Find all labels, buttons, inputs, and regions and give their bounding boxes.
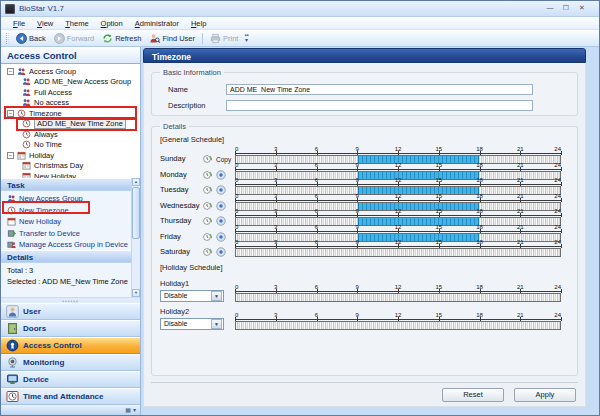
- tree-node-timezone[interactable]: − Timezone: [1, 108, 140, 119]
- paste-time-icon[interactable]: [216, 216, 226, 226]
- monitoring-camera-icon: [6, 356, 19, 369]
- scroll-down-icon[interactable]: ▼: [132, 289, 140, 297]
- manage-access-group-icon: [7, 240, 16, 249]
- task-transfer-to-device[interactable]: Transfer to Device: [7, 228, 131, 240]
- scrollbar-thumb[interactable]: [132, 187, 140, 239]
- paste-time-icon[interactable]: [216, 185, 226, 195]
- menu-help[interactable]: Help: [185, 18, 212, 29]
- nav-device[interactable]: Device: [1, 371, 140, 388]
- print-button: Print: [206, 32, 242, 45]
- collapse-icon[interactable]: −: [7, 152, 14, 159]
- reset-time-icon[interactable]: [202, 232, 212, 242]
- tree-node-no-time[interactable]: No Time: [1, 140, 140, 151]
- window-title: BioStar V1.7: [19, 4, 64, 13]
- time-attendance-icon: [6, 390, 19, 403]
- tree-node-always[interactable]: Always: [1, 129, 140, 140]
- timezone-form: Basic Information Name Description Detai…: [143, 63, 586, 407]
- chevron-down-icon[interactable]: ▾: [133, 407, 136, 413]
- description-input[interactable]: [226, 100, 533, 111]
- menu-file[interactable]: File: [7, 18, 31, 29]
- refresh-icon: [102, 33, 113, 44]
- tree-node-add-me-time-zone[interactable]: ADD ME_New Time Zone: [1, 119, 140, 130]
- task-new-holiday[interactable]: New Holiday: [7, 216, 131, 228]
- nav-user[interactable]: User: [1, 303, 140, 320]
- access-control-icon: [6, 339, 19, 352]
- new-holiday-icon: [7, 217, 16, 226]
- main-panel-title: Timezone: [143, 48, 586, 63]
- reset-time-icon[interactable]: [202, 201, 212, 211]
- dropdown-arrow-icon[interactable]: ▼: [211, 291, 222, 301]
- holiday2-label: Holiday2: [160, 307, 235, 316]
- tree-node-no-access[interactable]: No access: [1, 98, 140, 109]
- name-input[interactable]: [226, 84, 533, 95]
- reset-button[interactable]: Reset: [442, 388, 504, 402]
- holiday1-mode-dropdown[interactable]: Disable ▼: [160, 290, 224, 302]
- paste-time-icon[interactable]: [216, 201, 226, 211]
- tree-node-christmas-day[interactable]: Christmas Day: [1, 161, 140, 172]
- device-icon: [6, 373, 19, 386]
- saturday-timebar[interactable]: [235, 248, 561, 257]
- paste-time-icon[interactable]: [216, 247, 226, 257]
- time-ruler: 03691215182124: [235, 177, 561, 185]
- tree-node-new-holiday[interactable]: New Holiday: [1, 171, 140, 178]
- dropdown-arrow-icon[interactable]: ▼: [211, 319, 222, 329]
- refresh-button[interactable]: Refresh: [98, 32, 145, 45]
- print-icon: [210, 33, 221, 44]
- paste-time-icon[interactable]: [216, 170, 226, 180]
- nav-doors[interactable]: Doors: [1, 320, 140, 337]
- tree-node-holiday[interactable]: − Holiday: [1, 150, 140, 161]
- nav-monitoring[interactable]: Monitoring: [1, 354, 140, 371]
- task-scrollbar[interactable]: ▲ ▼: [131, 178, 140, 297]
- toolbar-overflow-button[interactable]: ▪▪▾: [244, 33, 248, 43]
- task-manage-access-group-in-device[interactable]: Manage Access Group in Device: [7, 239, 131, 251]
- task-new-access-group[interactable]: New Access Group: [7, 193, 131, 205]
- reset-time-icon[interactable]: [202, 185, 212, 195]
- task-details-region: Task New Access Group New Timezone Ne: [1, 178, 140, 297]
- collapse-icon[interactable]: −: [7, 68, 14, 75]
- holiday-calendar-icon: [22, 161, 31, 170]
- scroll-up-icon[interactable]: ▲: [132, 178, 140, 186]
- menu-administrator[interactable]: Administrator: [129, 18, 185, 29]
- task-new-timezone[interactable]: New Timezone: [7, 205, 131, 217]
- reset-time-icon[interactable]: [202, 154, 212, 164]
- door-icon: [6, 322, 19, 335]
- close-button[interactable]: ✕: [577, 4, 587, 13]
- details-legend: Details: [160, 122, 189, 131]
- minimize-button[interactable]: —: [545, 4, 555, 13]
- menu-option[interactable]: Option: [95, 18, 129, 29]
- nav-time-attendance[interactable]: Time and Attendance: [1, 388, 140, 405]
- holiday-calendar-icon: [22, 172, 31, 178]
- left-panel: Access Control − Access Group ADD ME_New…: [1, 47, 141, 415]
- access-group-icon: [22, 98, 31, 107]
- tree-node-full-access[interactable]: Full Access: [1, 87, 140, 98]
- reset-time-icon[interactable]: [202, 247, 212, 257]
- holiday1-timebar[interactable]: [235, 293, 561, 302]
- app-icon: [5, 4, 15, 14]
- nav-config-strip: ▦ ▾: [1, 405, 140, 415]
- selected-tree-item: ADD ME_New Time Zone: [34, 118, 126, 129]
- holiday1-label: Holiday1: [160, 279, 235, 288]
- task-header: Task: [1, 178, 131, 191]
- holiday2-timebar[interactable]: [235, 321, 561, 330]
- holiday2-mode-dropdown[interactable]: Disable ▼: [160, 318, 224, 330]
- timezone-clock-icon: [22, 140, 31, 149]
- apply-button[interactable]: Apply: [514, 388, 576, 402]
- menu-view[interactable]: View: [31, 18, 59, 29]
- maximize-button[interactable]: ☐: [561, 4, 571, 13]
- nav-access-control[interactable]: Access Control: [1, 337, 140, 354]
- find-user-button[interactable]: Find User: [145, 32, 199, 45]
- back-button[interactable]: Back: [12, 32, 50, 45]
- menu-theme[interactable]: Theme: [59, 18, 94, 29]
- reset-time-icon[interactable]: [202, 216, 212, 226]
- task-list: New Access Group New Timezone New Holida…: [1, 191, 131, 250]
- tree-node-access-group[interactable]: − Access Group: [1, 66, 140, 77]
- collapse-icon[interactable]: −: [7, 110, 14, 117]
- time-ruler: 03691215182124: [235, 239, 561, 247]
- tree-node-add-me-access-group[interactable]: ADD ME_New Access Group: [1, 77, 140, 88]
- buttons-grid-icon[interactable]: ▦: [125, 407, 131, 413]
- name-label: Name: [168, 85, 226, 94]
- copy-button[interactable]: Copy: [216, 156, 235, 164]
- paste-time-icon[interactable]: [216, 232, 226, 242]
- reset-time-icon[interactable]: [202, 170, 212, 180]
- module-nav: User Doors Access Control Monitoring Dev…: [1, 303, 140, 405]
